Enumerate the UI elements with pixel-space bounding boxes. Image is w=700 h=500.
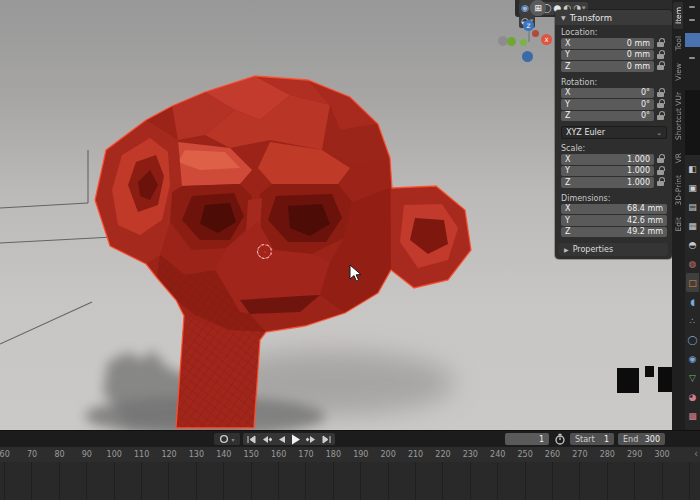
dimension-value-field[interactable]: Y42.6 mm <box>561 215 667 226</box>
frame-tick-label: 170 <box>292 450 319 459</box>
rotation-mode-dropdown[interactable]: XYZ Euler ⌄ <box>561 126 667 139</box>
location-value-field[interactable]: Z0 mm <box>561 61 654 72</box>
scale-value-field[interactable]: X1.000 <box>561 154 654 165</box>
frame-tick-label: 230 <box>457 450 484 459</box>
frame-tick-label: 190 <box>347 450 374 459</box>
jump-to-end-button[interactable] <box>322 435 331 444</box>
play-button[interactable] <box>291 434 301 445</box>
sidebar-tab[interactable]: View <box>673 58 683 86</box>
frame-tick-label: 90 <box>73 450 100 459</box>
rotation-value-field[interactable]: X0° <box>561 88 654 99</box>
outliner-item-icon[interactable] <box>689 6 695 8</box>
auto-keying-button[interactable]: ▾ <box>214 433 240 445</box>
gizmo-x-axis[interactable]: X <box>541 34 552 45</box>
outliner-item-icon[interactable] <box>689 57 695 59</box>
constraints-properties-tab-icon[interactable]: ◉ <box>686 349 699 368</box>
frame-tick-label: 300 <box>648 450 675 459</box>
timeline-editor[interactable]: ▾ 1 Start1 End300 6070809010011012013014… <box>0 430 700 500</box>
world-properties-tab-icon[interactable]: ◍ <box>686 254 699 273</box>
outliner-selected-row[interactable] <box>685 33 700 47</box>
previous-keyframe-button[interactable] <box>261 435 272 444</box>
sidebar-tab[interactable]: 3D-Print <box>673 170 683 211</box>
region-expand-arrow[interactable]: ‹ <box>694 448 698 459</box>
frame-tick-label: 110 <box>128 450 155 459</box>
scale-field-row: Z1.000 <box>561 177 667 188</box>
stopwatch-icon[interactable] <box>554 433 566 445</box>
output-properties-tab-icon[interactable]: ▤ <box>686 197 699 216</box>
watermark-mark <box>658 367 673 392</box>
record-icon <box>219 434 229 444</box>
timeline-ruler[interactable]: 6070809010011012013014015016017018019020… <box>0 447 700 463</box>
scale-field-row: X1.000 <box>561 154 667 165</box>
frame-end-field[interactable]: End300 <box>618 433 665 445</box>
location-field-row: Y0 mm <box>561 50 667 61</box>
lock-icon[interactable] <box>654 100 667 108</box>
frame-tick-label: 280 <box>594 450 621 459</box>
scale-value-field[interactable]: Z1.000 <box>561 177 654 188</box>
sidebar-tab[interactable]: VR <box>673 148 683 168</box>
sidebar-tab[interactable]: Shortcut VUr <box>673 87 683 145</box>
lock-icon[interactable] <box>654 51 667 59</box>
outliner-sliver <box>685 0 700 90</box>
particles-properties-tab-icon[interactable]: ∴ <box>686 311 699 330</box>
transform-panel-header[interactable]: ▼ Transform <box>555 10 672 25</box>
tool-properties-tab-icon[interactable]: ◧ <box>686 159 699 178</box>
lock-icon[interactable] <box>654 62 667 70</box>
rotation-value-field[interactable]: Z0° <box>561 111 654 122</box>
location-value-field[interactable]: Y0 mm <box>561 50 654 61</box>
gizmo-z-axis[interactable]: Z <box>523 20 534 31</box>
location-field-row: X0 mm <box>561 38 667 49</box>
next-keyframe-button[interactable] <box>306 435 317 444</box>
physics-properties-tab-icon[interactable]: ◯ <box>686 330 699 349</box>
lock-icon[interactable] <box>654 112 667 120</box>
object-data-properties-tab-icon[interactable]: ▽ <box>686 368 699 387</box>
dimensions-label: Dimensions: <box>555 191 672 204</box>
lock-icon[interactable] <box>654 167 667 175</box>
texture-properties-tab-icon[interactable]: ▩ <box>686 406 699 425</box>
frame-tick-label: 290 <box>621 450 648 459</box>
chevron-down-icon[interactable]: ▾ <box>231 436 234 443</box>
timeline-track-area[interactable] <box>0 462 700 500</box>
render-properties-tab-icon[interactable]: ▣ <box>686 178 699 197</box>
rotation-value-field[interactable]: Y0° <box>561 99 654 110</box>
navigation-gizmo[interactable]: Z X <box>505 20 553 62</box>
frame-start-field[interactable]: Start1 <box>570 433 614 445</box>
lock-icon[interactable] <box>654 178 667 186</box>
properties-subpanel-header[interactable]: ▶ Properties <box>559 243 668 256</box>
3d-viewport[interactable]: ∪▾ ◉▾ ◒▾ ◯ ● ◐ ◑ ▾ Z <box>0 0 673 430</box>
perspective-toggle-button[interactable]: ⊞ <box>530 0 546 16</box>
frame-tick-label: 160 <box>265 450 292 459</box>
collapsed-triangle-icon: ▶ <box>564 246 569 253</box>
scene-properties-tab-icon[interactable]: ◓ <box>686 235 699 254</box>
gizmo-y-axis[interactable] <box>507 37 516 46</box>
frame-tick-label: 210 <box>402 450 429 459</box>
frame-tick-label: 70 <box>18 450 45 459</box>
sidebar-tab[interactable]: Item <box>673 2 683 29</box>
current-frame-field[interactable]: 1 <box>505 433 549 445</box>
dimension-value-field[interactable]: X68.4 mm <box>561 204 667 215</box>
viewlayer-properties-tab-icon[interactable]: ▦ <box>686 216 699 235</box>
sidebar-tab[interactable]: Edit <box>673 212 683 237</box>
modifier-properties-tab-icon[interactable]: ◖ <box>686 292 699 311</box>
scale-value-field[interactable]: Y1.000 <box>561 166 654 177</box>
play-reverse-button[interactable] <box>277 435 286 444</box>
dimension-value-field[interactable]: Z49.2 mm <box>561 227 667 238</box>
lock-icon[interactable] <box>654 39 667 47</box>
object-properties-tab-icon[interactable]: □ <box>686 273 699 292</box>
lock-icon[interactable] <box>654 155 667 163</box>
jump-to-start-button[interactable] <box>247 435 256 444</box>
transform-panel: ▼ Transform Location: X0 mm Y0 mm Z0 mm <box>555 10 672 259</box>
collapse-triangle-icon: ▼ <box>561 14 566 21</box>
gizmo-z-neg-axis[interactable] <box>522 51 533 62</box>
sidebar-tab[interactable]: Tool <box>673 31 683 56</box>
gizmo-y-neg-axis[interactable] <box>498 36 508 46</box>
gizmo-x-neg-axis[interactable] <box>532 30 539 37</box>
right-rail: ◧ ▣ ▤ ▦ ◓ ◍ □ ◖ ∴ ◯ ◉ ▽ ◕ ▩ <box>685 0 700 430</box>
material-properties-tab-icon[interactable]: ◕ <box>686 387 699 406</box>
outliner-item-icon[interactable] <box>689 19 695 21</box>
lock-icon[interactable] <box>654 89 667 97</box>
frame-tick-label: 250 <box>511 450 538 459</box>
frame-tick-label: 80 <box>46 450 73 459</box>
location-value-field[interactable]: X0 mm <box>561 38 654 49</box>
panel-title: Transform <box>570 13 612 23</box>
